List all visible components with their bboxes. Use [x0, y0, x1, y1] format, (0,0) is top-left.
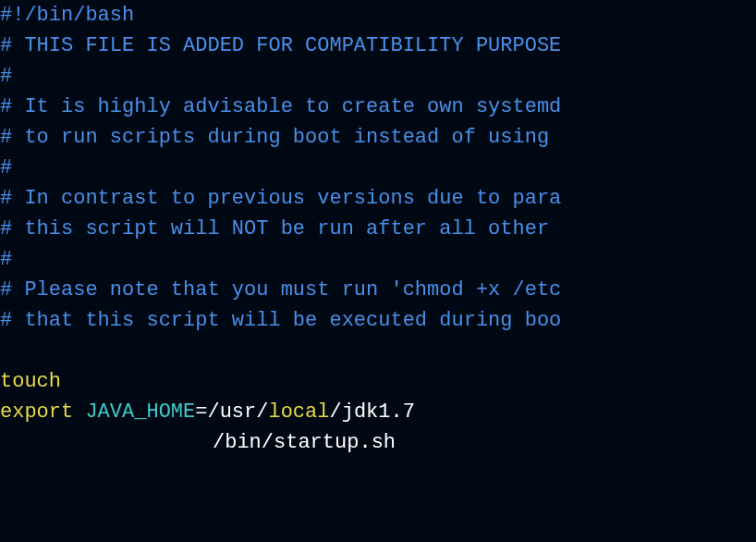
startup-command-line: /bin/startup.sh: [0, 427, 756, 458]
path-segment: local: [268, 400, 329, 424]
comment-line: #: [0, 61, 756, 92]
path-segment: /bin/startup.sh: [213, 431, 396, 454]
equals-sign: =: [195, 400, 207, 424]
comment-line: # Please note that you must run 'chmod +…: [0, 275, 756, 305]
comment-line: #: [0, 244, 756, 275]
shebang-line: #!/bin/bash: [0, 0, 756, 31]
comment-line: # that this script will be executed duri…: [0, 305, 756, 336]
comment-line: # this script will NOT be run after all …: [0, 214, 756, 244]
redacted-path: [0, 433, 213, 451]
touch-command: touch: [0, 370, 73, 393]
touch-command-line: touch: [0, 366, 756, 397]
comment-line: #: [0, 153, 756, 183]
redacted-path: [73, 372, 350, 390]
terminal-content: #!/bin/bash # THIS FILE IS ADDED FOR COM…: [0, 0, 756, 458]
path-segment: /jdk1.7: [329, 400, 414, 424]
blank-line: [0, 336, 756, 366]
comment-line: # In contrast to previous versions due t…: [0, 183, 756, 214]
export-command: export: [0, 400, 85, 424]
env-variable-name: JAVA_HOME: [85, 400, 195, 424]
comment-line: # THIS FILE IS ADDED FOR COMPATIBILITY P…: [0, 31, 756, 61]
export-command-line: export JAVA_HOME=/usr/local/jdk1.7: [0, 397, 756, 427]
comment-line: # to run scripts during boot instead of …: [0, 122, 756, 153]
path-segment: /usr/: [207, 400, 268, 424]
comment-line: # It is highly advisable to create own s…: [0, 92, 756, 122]
